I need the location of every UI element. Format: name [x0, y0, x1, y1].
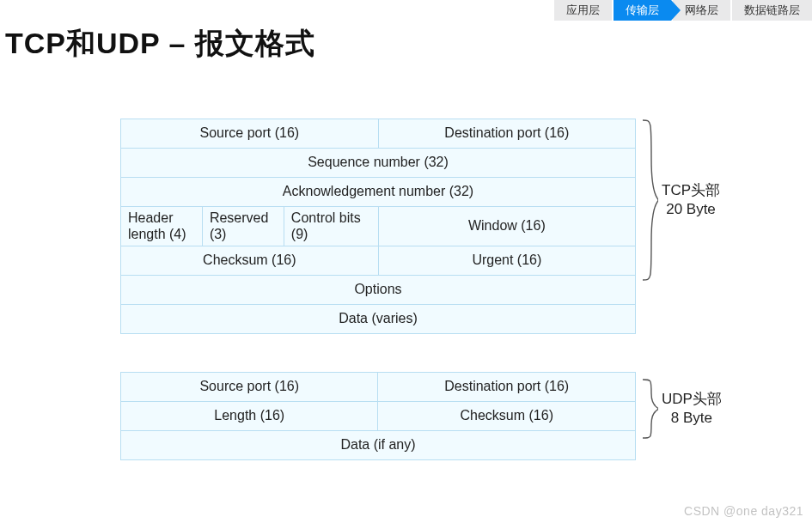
udp-brace: UDP头部 8 Byte [639, 378, 722, 440]
tcp-dest-port: Destination port (16) [378, 119, 635, 149]
tcp-source-port: Source port (16) [121, 119, 379, 149]
tcp-urgent: Urgent (16) [378, 246, 635, 276]
tcp-window: Window (16) [378, 207, 635, 246]
tcp-options: Options [121, 276, 636, 305]
brace-icon [639, 378, 655, 440]
tcp-header-length: Header length (4) [121, 207, 203, 246]
tcp-sequence: Sequence number (32) [121, 149, 636, 178]
tab-application[interactable]: 应用层 [554, 0, 612, 21]
udp-brace-label: UDP头部 8 Byte [662, 390, 722, 428]
tcp-data: Data (varies) [121, 305, 636, 334]
udp-source-port: Source port (16) [121, 373, 378, 402]
brace-icon [639, 119, 655, 282]
udp-checksum: Checksum (16) [378, 402, 636, 431]
tab-network[interactable]: 网络层 [673, 0, 730, 21]
tcp-brace: TCP头部 20 Byte [639, 119, 720, 282]
tcp-ack: Acknowledgement number (32) [121, 178, 636, 207]
udp-header-table: Source port (16) Destination port (16) L… [120, 372, 636, 460]
tcp-header-table: Source port (16) Destination port (16) S… [120, 119, 636, 334]
tcp-brace-label: TCP头部 20 Byte [662, 181, 720, 219]
tcp-checksum: Checksum (16) [121, 246, 379, 276]
tcp-control-bits: Control bits (9) [284, 207, 378, 246]
page-title: TCP和UDP – 报文格式 [5, 24, 315, 64]
layer-tabs: 应用层 传输层 网络层 数据链路层 [553, 0, 812, 21]
udp-dest-port: Destination port (16) [378, 373, 636, 402]
udp-length: Length (16) [121, 402, 378, 431]
udp-data: Data (if any) [121, 431, 636, 460]
tcp-reserved: Reserved (3) [202, 207, 284, 246]
watermark: CSDN @one day321 [684, 504, 803, 518]
tab-transport[interactable]: 传输层 [614, 0, 671, 21]
tab-datalink[interactable]: 数据链路层 [732, 0, 812, 21]
diagram-area: Source port (16) Destination port (16) S… [120, 119, 756, 460]
